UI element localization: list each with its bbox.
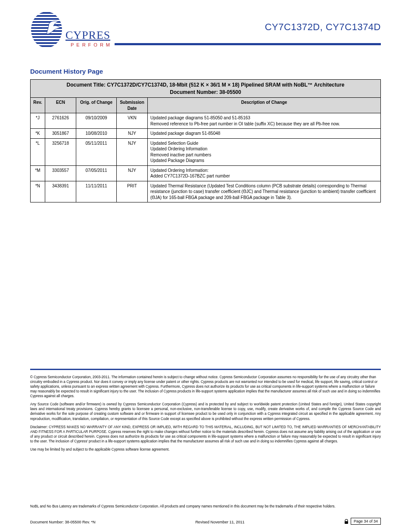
- cell-rev: *N: [31, 181, 45, 202]
- warranty-text: Disclaimer: CYPRESS MAKES NO WARRANTY OF…: [30, 425, 381, 444]
- cypress-logo: CYPRESS PERFORM: [30, 9, 110, 50]
- col-rev: Rev.: [31, 98, 45, 113]
- footer-page-num: Page 34 of 34: [351, 518, 381, 525]
- copyright-text: © Cypress Semiconductor Corporation, 200…: [30, 375, 381, 398]
- svg-rect-10: [30, 39, 63, 41]
- footer-trademark: NoBL and No Bus Latency are trademarks o…: [30, 504, 381, 508]
- disclaimer-block: © Cypress Semiconductor Corporation, 200…: [30, 375, 381, 455]
- cell-orig: NJY: [117, 138, 148, 165]
- svg-rect-5: [30, 24, 63, 26]
- cell-ecn: 3438391: [45, 181, 76, 202]
- svg-rect-15: [345, 521, 348, 524]
- cell-date: 09/10/2009: [76, 113, 117, 129]
- cell-date: 05/11/2011: [76, 138, 117, 165]
- cell-date: 10/08/2010: [76, 129, 117, 139]
- cell-orig: NJY: [117, 165, 148, 181]
- table-row: *N 3438391 11/11/2011 PRIT Updated Therm…: [31, 181, 381, 202]
- col-desc: Description of Change: [148, 98, 381, 113]
- section-title-doc-history: Document History Page: [30, 68, 381, 75]
- rights-text: Use may be limited by and subject to the…: [30, 447, 381, 452]
- cell-desc: Updated package diagram 51-85048: [148, 129, 381, 139]
- cell-orig: NJY: [117, 129, 148, 139]
- cell-rev: *M: [31, 165, 45, 181]
- header-divider: [115, 43, 381, 45]
- table-row: *K 3051867 10/08/2010 NJY Updated packag…: [31, 129, 381, 139]
- svg-rect-12: [30, 45, 63, 47]
- cell-ecn: 3256718: [45, 138, 76, 165]
- table-row: *L 3256718 05/11/2011 NJY Updated Select…: [31, 138, 381, 165]
- footer-doc-num: Document Number: 38-05500 Rev. *N: [30, 520, 95, 524]
- svg-rect-9: [30, 36, 63, 38]
- cell-rev: *K: [31, 129, 45, 139]
- cell-ecn: 3303557: [45, 165, 76, 181]
- svg-text:CYPRESS: CYPRESS: [65, 29, 110, 41]
- cell-ecn: 3051867: [45, 129, 76, 139]
- footer-divider: [30, 369, 381, 370]
- footer-revised: Revised November 11, 2011: [195, 520, 244, 524]
- part-number: CY7C1372D, CY7C1374D: [265, 22, 381, 33]
- svg-rect-3: [30, 18, 63, 20]
- svg-text:PERFORM: PERFORM: [71, 42, 110, 47]
- table-title: Document Title: CY7C1372D/CY7C1374D, 18-…: [31, 80, 381, 98]
- lock-icon: [344, 519, 349, 524]
- cell-desc: Updated package diagrams 51-85050 and 51…: [148, 113, 381, 129]
- svg-rect-2: [30, 15, 63, 17]
- revision-history-table: Document Title: CY7C1372D/CY7C1374D, 18-…: [30, 79, 381, 202]
- table-row: *J 2761626 09/10/2009 VKN Updated packag…: [31, 113, 381, 129]
- table-row: *M 3303557 07/05/2011 NJY Updated Orderi…: [31, 165, 381, 181]
- svg-rect-7: [30, 30, 63, 32]
- col-ecn: ECN: [45, 98, 76, 113]
- cell-rev: *J: [31, 113, 45, 129]
- col-orig: Orig. of Change: [76, 98, 117, 113]
- cell-orig: PRIT: [117, 181, 148, 202]
- page-header: CYPRESS PERFORM CY7C1372D, CY7C1374D: [30, 9, 381, 55]
- cell-desc: Updated Ordering Information: Added CY7C…: [148, 165, 381, 181]
- svg-rect-11: [30, 42, 63, 44]
- cell-ecn: 2761626: [45, 113, 76, 129]
- cell-date: 11/11/2011: [76, 181, 117, 202]
- cell-desc: Updated Selection Guide Updated Ordering…: [148, 138, 381, 165]
- cell-desc: Updated Thermal Resistance (Updated Test…: [148, 181, 381, 202]
- cell-date: 07/05/2011: [76, 165, 117, 181]
- svg-rect-1: [30, 12, 63, 14]
- cell-orig: VKN: [117, 113, 148, 129]
- ip-text: Any Source Code (software and/or firmwar…: [30, 402, 381, 421]
- page-footer: Document Number: 38-05500 Rev. *N Revise…: [30, 519, 381, 524]
- col-date: Submission Date: [117, 98, 148, 113]
- cell-rev: *L: [31, 138, 45, 165]
- table-header-row: Rev. ECN Orig. of Change Submission Date…: [31, 98, 381, 113]
